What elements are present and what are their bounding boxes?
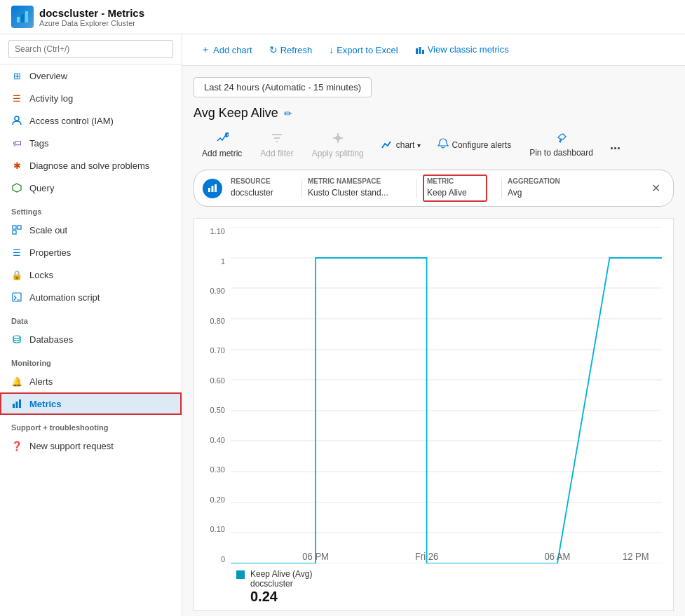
sidebar-item-new-support[interactable]: ❓ New support request xyxy=(0,434,182,457)
configure-alerts-icon xyxy=(438,138,449,152)
sidebar-item-query[interactable]: Query xyxy=(0,177,182,199)
sidebar-item-label: Tags xyxy=(29,138,48,149)
sidebar-item-label: Metrics xyxy=(29,399,62,409)
pin-to-dashboard-button[interactable]: Pin to dashboard xyxy=(521,130,602,160)
access-control-icon xyxy=(11,115,22,126)
more-options-button[interactable]: ... xyxy=(603,134,628,157)
diagnose-icon: ✱ xyxy=(11,160,22,171)
sidebar-item-scale-out[interactable]: Scale out xyxy=(0,219,182,241)
svg-rect-15 xyxy=(422,50,424,54)
svg-rect-11 xyxy=(16,402,18,408)
svg-rect-0 xyxy=(17,17,20,22)
sidebar-item-locks[interactable]: 🔒 Locks xyxy=(0,263,182,286)
metrics-toolbar: + Add metric Add filter xyxy=(194,129,674,161)
sub-title: Azure Data Explorer Cluster xyxy=(39,19,144,27)
svg-rect-19 xyxy=(208,188,210,192)
aggregation-select[interactable]: Avg xyxy=(508,186,564,199)
sidebar-search-container xyxy=(0,34,182,64)
chart-plot: 06 PM Fri 26 06 AM 12 PM xyxy=(231,227,662,563)
svg-rect-6 xyxy=(18,226,21,229)
tags-icon: 🏷 xyxy=(11,137,22,149)
svg-rect-21 xyxy=(215,184,217,192)
view-classic-icon xyxy=(415,44,425,55)
metric-select[interactable]: Keep Alive xyxy=(427,186,483,199)
chart-area: Last 24 hours (Automatic - 15 minutes) A… xyxy=(182,66,685,616)
svg-text:06 AM: 06 AM xyxy=(544,552,570,563)
sidebar-item-label: Query xyxy=(29,183,54,193)
sidebar-item-diagnose[interactable]: ✱ Diagnose and solve problems xyxy=(0,154,182,177)
metric-row-icon xyxy=(203,179,222,198)
svg-point-9 xyxy=(13,336,20,338)
aggregation-selector: AGGREGATION Avg xyxy=(508,177,564,199)
svg-rect-7 xyxy=(13,231,16,234)
resource-select[interactable]: docscluster xyxy=(231,186,287,199)
chart-inner: 1.10 1 0.90 0.80 0.70 0.60 0.50 0.40 0.3… xyxy=(205,227,662,563)
activity-log-icon: ☰ xyxy=(11,93,22,104)
top-header: docscluster - Metrics Azure Data Explore… xyxy=(0,0,685,34)
sidebar-item-activity-log[interactable]: ☰ Activity log xyxy=(0,87,182,109)
apply-splitting-button[interactable]: Apply splitting xyxy=(304,129,372,161)
add-filter-button[interactable]: Add filter xyxy=(252,129,301,161)
sidebar-item-metrics[interactable]: Metrics xyxy=(0,392,182,415)
sidebar-item-label: Access control (IAM) xyxy=(29,116,114,126)
metric-label: METRIC xyxy=(427,177,483,185)
aggregation-label: AGGREGATION xyxy=(508,177,564,185)
refresh-icon: ↻ xyxy=(269,44,278,55)
apply-splitting-icon xyxy=(332,132,344,147)
svg-rect-2 xyxy=(25,11,28,22)
automation-icon xyxy=(11,292,22,303)
refresh-button[interactable]: ↻ Refresh xyxy=(262,41,320,59)
sidebar-item-label: Automation script xyxy=(29,292,100,303)
chart-type-container: chart ▾ xyxy=(374,132,428,158)
query-icon xyxy=(11,182,22,193)
svg-text:12 PM: 12 PM xyxy=(623,552,649,563)
sidebar-item-label: Properties xyxy=(29,247,71,258)
chart-type-button[interactable]: chart ▾ xyxy=(377,134,426,157)
support-section-label: Support + troubleshooting xyxy=(0,415,182,434)
sidebar-item-databases[interactable]: Databases xyxy=(0,328,182,350)
add-chart-button[interactable]: ＋ Add chart xyxy=(194,40,259,60)
main-toolbar: ＋ Add chart ↻ Refresh ↓ Export to Excel xyxy=(182,34,685,66)
time-range-button[interactable]: Last 24 hours (Automatic - 15 minutes) xyxy=(194,77,372,97)
title-block: docscluster - Metrics Azure Data Explore… xyxy=(39,7,144,27)
sidebar-item-label: Diagnose and solve problems xyxy=(29,160,149,171)
more-icon: ... xyxy=(610,138,620,153)
export-button[interactable]: ↓ Export to Excel xyxy=(322,41,405,59)
svg-rect-13 xyxy=(416,48,418,54)
chart-title-row: Avg Keep Alive ✏ xyxy=(194,106,674,121)
resource-label: RESOURCE xyxy=(231,177,287,185)
sidebar-item-tags[interactable]: 🏷 Tags xyxy=(0,132,182,154)
remove-metric-button[interactable]: ✕ xyxy=(647,180,665,196)
svg-marker-4 xyxy=(13,184,21,192)
sidebar-item-alerts[interactable]: 🔔 Alerts xyxy=(0,370,182,392)
metric-selector: METRIC Keep Alive xyxy=(423,174,487,202)
scale-out-icon xyxy=(11,224,22,235)
svg-text:+: + xyxy=(226,132,229,137)
namespace-select[interactable]: Kusto Cluster stand... xyxy=(308,186,402,199)
selector-divider-1 xyxy=(301,179,302,198)
metrics-icon xyxy=(11,398,22,409)
data-section-label: Data xyxy=(0,308,182,328)
sidebar: ⊞ Overview ☰ Activity log Access control… xyxy=(0,34,182,616)
sidebar-item-properties[interactable]: ☰ Properties xyxy=(0,241,182,263)
legend-value: 0.24 xyxy=(250,589,313,605)
legend-sub: docscluster xyxy=(250,579,313,589)
configure-alerts-button[interactable]: Configure alerts xyxy=(429,135,520,155)
edit-title-icon[interactable]: ✏ xyxy=(284,108,292,119)
sidebar-item-automation-script[interactable]: Automation script xyxy=(0,286,182,308)
add-metric-icon: + xyxy=(216,132,229,147)
view-classic-button[interactable]: View classic metrics xyxy=(408,41,516,59)
monitoring-section-label: Monitoring xyxy=(0,350,182,370)
add-metric-button[interactable]: + Add metric xyxy=(194,129,250,161)
metric-selector-row: RESOURCE docscluster METRIC NAMESPACE Ku… xyxy=(194,170,674,207)
sidebar-item-label: New support request xyxy=(29,441,114,451)
legend-info: Keep Alive (Avg) docscluster 0.24 xyxy=(250,569,313,605)
chart-legend: Keep Alive (Avg) docscluster 0.24 xyxy=(205,569,662,605)
sidebar-item-access-control[interactable]: Access control (IAM) xyxy=(0,109,182,132)
search-input[interactable] xyxy=(8,40,173,58)
sidebar-item-label: Locks xyxy=(29,270,53,280)
selector-divider-3 xyxy=(501,179,502,198)
sidebar-item-overview[interactable]: ⊞ Overview xyxy=(0,64,182,87)
namespace-selector: METRIC NAMESPACE Kusto Cluster stand... xyxy=(308,177,402,199)
sidebar-item-label: Alerts xyxy=(29,376,53,387)
